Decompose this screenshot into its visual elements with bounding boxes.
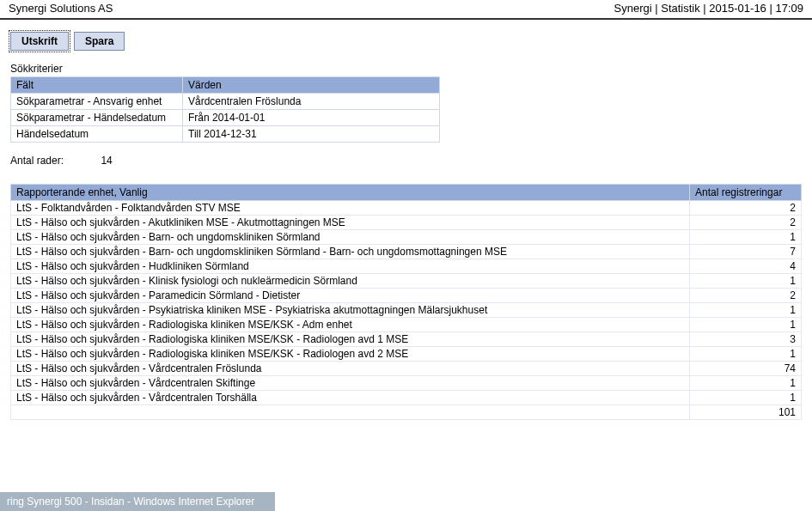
results-cell-count: 1 bbox=[690, 318, 802, 332]
results-cell-unit: LtS - Hälso och sjukvården - Hudkliniken… bbox=[11, 259, 690, 274]
table-row: LtS - Hälso och sjukvården - Hudkliniken… bbox=[11, 259, 802, 274]
header-right: Synergi | Statistik | 2015-01-16 | 17:09 bbox=[614, 2, 803, 15]
results-cell-unit: LtS - Hälso och sjukvården - Radiologisk… bbox=[11, 318, 690, 332]
criteria-cell-value: Till 2014-12-31 bbox=[183, 126, 440, 143]
results-header-count: Antal registreringar bbox=[690, 185, 802, 201]
criteria-header-values: Värden bbox=[183, 77, 440, 94]
results-cell-unit: LtS - Hälso och sjukvården - Psykiatrisk… bbox=[11, 303, 690, 318]
print-button[interactable]: Utskrift bbox=[10, 32, 69, 51]
criteria-table: Fält Värden Sökparametrar - Ansvarig enh… bbox=[10, 76, 440, 143]
table-row: LtS - Hälso och sjukvården - Akutklinike… bbox=[11, 216, 802, 230]
results-total-row: 101 bbox=[11, 405, 802, 420]
results-cell-unit: LtS - Hälso och sjukvården - Akutklinike… bbox=[11, 216, 690, 230]
results-cell-count: 2 bbox=[690, 201, 802, 216]
results-cell-unit: LtS - Hälso och sjukvården - Klinisk fys… bbox=[11, 274, 690, 289]
results-cell-unit: LtS - Folktandvården - Folktandvården ST… bbox=[11, 201, 690, 216]
results-table: Rapporterande enhet, Vanlig Antal regist… bbox=[10, 184, 802, 420]
taskbar-overlay: ring Synergi 500 - Insidan - Windows Int… bbox=[0, 492, 275, 511]
table-row: LtS - Hälso och sjukvården - Barn- och u… bbox=[11, 230, 802, 245]
criteria-cell-field: Sökparametrar - Ansvarig enhet bbox=[11, 94, 183, 110]
criteria-cell-field: Händelsedatum bbox=[11, 126, 183, 143]
table-row: LtS - Hälso och sjukvården - Barn- och u… bbox=[11, 245, 802, 259]
results-cell-count: 1 bbox=[690, 376, 802, 391]
table-row: LtS - Hälso och sjukvården - Paramedicin… bbox=[11, 289, 802, 303]
criteria-cell-field: Sökparametrar - Händelsedatum bbox=[11, 110, 183, 126]
results-total-label bbox=[11, 405, 690, 420]
results-cell-count: 1 bbox=[690, 230, 802, 245]
results-header-unit: Rapporterande enhet, Vanlig bbox=[11, 185, 690, 201]
row-count: Antal rader: 14 bbox=[10, 155, 802, 167]
results-cell-unit: LtS - Hälso och sjukvården - Vårdcentral… bbox=[11, 391, 690, 405]
results-cell-count: 2 bbox=[690, 216, 802, 230]
table-row: LtS - Hälso och sjukvården - Vårdcentral… bbox=[11, 376, 802, 391]
results-cell-unit: LtS - Hälso och sjukvården - Barn- och u… bbox=[11, 245, 690, 259]
table-row: LtS - Hälso och sjukvården - Radiologisk… bbox=[11, 347, 802, 362]
results-cell-unit: LtS - Hälso och sjukvården - Vårdcentral… bbox=[11, 362, 690, 376]
criteria-header-field: Fält bbox=[11, 77, 183, 94]
table-row: LtS - Hälso och sjukvården - Klinisk fys… bbox=[11, 274, 802, 289]
row-count-value: 14 bbox=[101, 155, 112, 167]
page-header: Synergi Solutions AS Synergi | Statistik… bbox=[0, 0, 812, 20]
criteria-row: HändelsedatumTill 2014-12-31 bbox=[11, 126, 440, 143]
table-row: LtS - Hälso och sjukvården - Psykiatrisk… bbox=[11, 303, 802, 318]
table-row: LtS - Hälso och sjukvården - Radiologisk… bbox=[11, 318, 802, 332]
results-total-value: 101 bbox=[690, 405, 802, 420]
results-cell-unit: LtS - Hälso och sjukvården - Vårdcentral… bbox=[11, 376, 690, 391]
results-cell-count: 1 bbox=[690, 274, 802, 289]
criteria-label: Sökkriterier bbox=[10, 63, 802, 75]
results-cell-unit: LtS - Hälso och sjukvården - Barn- och u… bbox=[11, 230, 690, 245]
results-cell-count: 2 bbox=[690, 289, 802, 303]
results-cell-unit: LtS - Hälso och sjukvården - Paramedicin… bbox=[11, 289, 690, 303]
results-cell-count: 1 bbox=[690, 391, 802, 405]
results-cell-unit: LtS - Hälso och sjukvården - Radiologisk… bbox=[11, 347, 690, 362]
company-name: Synergi Solutions AS bbox=[9, 2, 113, 15]
results-cell-unit: LtS - Hälso och sjukvården - Radiologisk… bbox=[11, 332, 690, 347]
results-cell-count: 74 bbox=[690, 362, 802, 376]
content-area: Utskrift Spara Sökkriterier Fält Värden … bbox=[0, 20, 812, 420]
criteria-row: Sökparametrar - HändelsedatumFrån 2014-0… bbox=[11, 110, 440, 126]
save-button[interactable]: Spara bbox=[74, 32, 125, 51]
criteria-cell-value: Vårdcentralen Fröslunda bbox=[183, 94, 440, 110]
table-row: LtS - Hälso och sjukvården - Vårdcentral… bbox=[11, 362, 802, 376]
results-cell-count: 1 bbox=[690, 347, 802, 362]
toolbar: Utskrift Spara bbox=[10, 32, 802, 51]
results-cell-count: 7 bbox=[690, 245, 802, 259]
results-cell-count: 1 bbox=[690, 303, 802, 318]
results-cell-count: 3 bbox=[690, 332, 802, 347]
row-count-label: Antal rader: bbox=[10, 155, 64, 167]
criteria-row: Sökparametrar - Ansvarig enhetVårdcentra… bbox=[11, 94, 440, 110]
results-cell-count: 4 bbox=[690, 259, 802, 274]
criteria-cell-value: Från 2014-01-01 bbox=[183, 110, 440, 126]
table-row: LtS - Folktandvården - Folktandvården ST… bbox=[11, 201, 802, 216]
table-row: LtS - Hälso och sjukvården - Radiologisk… bbox=[11, 332, 802, 347]
table-row: LtS - Hälso och sjukvården - Vårdcentral… bbox=[11, 391, 802, 405]
